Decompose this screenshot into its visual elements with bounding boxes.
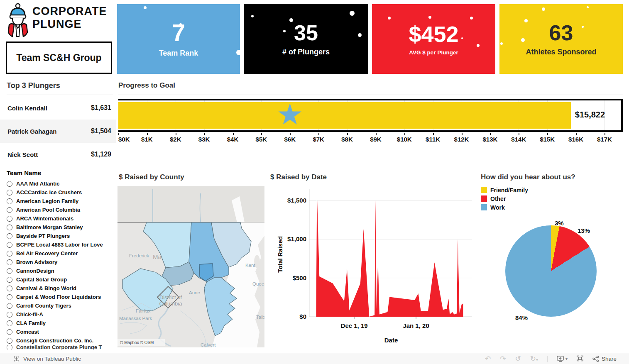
legend-item[interactable]: Work	[481, 203, 528, 212]
axis-tick	[462, 133, 463, 135]
team-option[interactable]: Baltimore Morgan Stanley	[7, 223, 115, 232]
plunger-amount: $1,129	[91, 151, 111, 158]
snow-dot	[251, 15, 254, 17]
raised-by-date-chart[interactable]: $0$500$1,000$1,500Dec 1, 19Jan 1, 20Tota…	[270, 184, 480, 351]
team-option-label: American Legion Family	[16, 198, 78, 204]
hear-about-us-pie[interactable]: Friend/FamilyOtherWork 3% 13% 84%	[480, 184, 629, 351]
snow-dot	[587, 6, 589, 8]
team-option[interactable]: Carnival & Bingo World	[7, 284, 115, 293]
team-option-label: Baltimore Morgan Stanley	[16, 224, 83, 230]
radio-icon[interactable]	[7, 216, 12, 222]
team-option[interactable]: Consigli Construction Co. Inc.	[7, 336, 115, 345]
radio-icon[interactable]	[7, 190, 12, 195]
team-option[interactable]: ARCA WInternationals	[7, 214, 115, 223]
snow-dot	[470, 17, 473, 20]
team-option[interactable]: Carpet & Wood Floor Liquidators	[7, 293, 115, 301]
team-option[interactable]: Chick-fil-A	[7, 310, 115, 319]
team-option[interactable]: Constellation Corporate Plunge T	[7, 345, 115, 349]
pie-legend: Friend/FamilyOtherWork	[481, 186, 528, 212]
choropleth-map[interactable]: Frederick Ma Kent Queen Anne District of…	[117, 186, 264, 347]
map-attribution[interactable]: © Mapbox © OSM	[120, 340, 154, 345]
share-label[interactable]: Share	[602, 356, 617, 362]
download-icon[interactable]: ▾	[557, 356, 568, 362]
team-option[interactable]: American Pool Columbia	[7, 205, 115, 214]
radio-icon[interactable]	[7, 251, 12, 257]
revert-icon[interactable]: ↺	[515, 355, 521, 362]
team-option-label: Constellation Corporate Plunge T	[16, 345, 102, 349]
plunger-name: Colin Kendall	[7, 105, 47, 112]
team-option[interactable]: Bel Air Recovery Center	[7, 249, 115, 258]
plunger-row[interactable]: Colin Kendall $1,631	[0, 96, 116, 120]
radio-icon[interactable]	[7, 303, 12, 309]
snow-dot	[500, 42, 503, 45]
pie-circle[interactable]	[505, 225, 597, 317]
team-option[interactable]: BCFPE Local 4883 Labor for Love	[7, 240, 115, 249]
team-option-label: Carpet & Wood Floor Liquidators	[16, 294, 101, 300]
redo-icon[interactable]: ↷	[500, 355, 506, 362]
axis-tick-label: $12K	[454, 136, 469, 143]
legend-item[interactable]: Friend/Family	[481, 186, 528, 194]
map-label-talbot: Talbo	[256, 315, 264, 320]
team-option[interactable]: Comcast	[7, 327, 115, 336]
area-chart[interactable]: $0$500$1,000$1,500Dec 1, 19Jan 1, 20Tota…	[270, 184, 480, 351]
fullscreen-icon[interactable]	[577, 355, 583, 363]
team-option[interactable]: Carroll County Tigers	[7, 301, 115, 310]
view-on-tableau-public[interactable]: View on Tableau Public	[13, 356, 81, 362]
team-option[interactable]: AAA Mid Atlantic	[7, 179, 115, 188]
radio-icon[interactable]	[7, 312, 12, 318]
axis-tick	[204, 133, 205, 135]
x-tick-label: Dec 1, 19	[341, 322, 368, 329]
axis-tick-label: $6K	[284, 136, 296, 143]
legend-item[interactable]: Other	[481, 194, 528, 203]
legend-swatch	[481, 195, 487, 202]
radio-icon[interactable]	[7, 320, 12, 326]
kpi-label: Team Rank	[159, 49, 198, 58]
team-option[interactable]: CannonDesign	[7, 266, 115, 275]
team-filter-list[interactable]: AAA Mid AtlanticACCCardiac Ice CrushersA…	[7, 179, 115, 351]
radio-icon[interactable]	[7, 286, 12, 291]
refresh-icon[interactable]: ↻▾	[530, 355, 538, 362]
snow-dot	[428, 16, 431, 19]
undo-icon[interactable]: ↶	[485, 355, 491, 362]
team-option[interactable]: Capital Solar Group	[7, 275, 115, 284]
team-option[interactable]: ACCCardiac Ice Crushers	[7, 188, 115, 197]
team-option[interactable]: Bayside PT Plungers	[7, 232, 115, 240]
radio-icon[interactable]	[7, 233, 12, 239]
axis-tick-label: $10K	[397, 136, 412, 143]
radio-icon[interactable]	[7, 338, 12, 344]
axis-tick	[519, 133, 519, 135]
radio-icon[interactable]	[7, 329, 12, 335]
team-option[interactable]: American Legion Family	[7, 197, 115, 205]
area-series[interactable]	[316, 191, 463, 317]
plunger-row[interactable]: Patrick Gahagan $1,504	[0, 120, 116, 143]
radio-icon[interactable]	[7, 268, 12, 274]
y-axis-title: Total Raised	[277, 236, 284, 273]
radio-icon[interactable]	[7, 345, 12, 349]
radio-icon[interactable]	[7, 181, 12, 187]
team-option[interactable]: CLA Family	[7, 319, 115, 327]
team-option[interactable]: Brown Advisory	[7, 258, 115, 266]
radio-icon[interactable]	[7, 259, 12, 265]
plunger-amount: $1,504	[91, 127, 111, 135]
radio-icon[interactable]	[7, 277, 12, 283]
radio-icon[interactable]	[7, 294, 12, 300]
progress-bullet-chart[interactable]: $15,822	[118, 99, 623, 132]
share-button[interactable]: Share	[592, 356, 617, 362]
kpi-value: $452	[409, 23, 458, 45]
map-label-frederick: Frederick	[129, 253, 149, 258]
axis-tick	[118, 133, 119, 135]
radio-icon[interactable]	[7, 225, 12, 230]
radio-icon[interactable]	[7, 198, 12, 204]
plunger-row[interactable]: Nick Scott $1,129	[0, 143, 116, 166]
axis-tick	[176, 133, 176, 135]
logo-line2: PLUNGE	[32, 18, 107, 31]
axis-tick	[147, 133, 148, 135]
progress-bar[interactable]	[118, 102, 571, 129]
radio-icon[interactable]	[7, 242, 12, 248]
kpi-card-team-rank: 7 Team Rank	[117, 4, 240, 74]
radio-icon[interactable]	[7, 207, 12, 213]
view-on-tableau-label[interactable]: View on Tableau Public	[23, 356, 81, 362]
axis-tick-label: $17K	[597, 136, 612, 143]
raised-by-county-map[interactable]: Frederick Ma Kent Queen Anne District of…	[117, 186, 264, 347]
chart-top-border	[118, 99, 623, 100]
